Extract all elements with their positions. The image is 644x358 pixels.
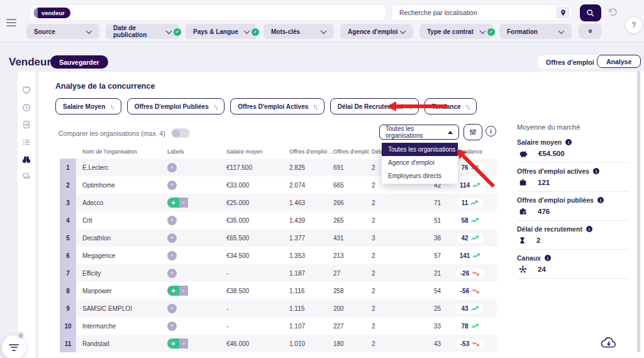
add-label-icon[interactable]: + <box>167 233 177 243</box>
add-label-icon[interactable]: + <box>167 251 177 260</box>
org-name: Efficity <box>76 270 166 277</box>
filter-chip-7[interactable]: Formation <box>499 24 572 39</box>
filter-count-badge: 0 <box>17 332 25 339</box>
sort-arrows-icon: ↑↓ <box>313 103 317 109</box>
dropdown-option-1[interactable]: Toutes les organisations <box>382 143 458 156</box>
info-icon[interactable]: i <box>545 255 551 261</box>
org-name: Randstad <box>76 340 166 347</box>
location-input[interactable] <box>398 8 556 17</box>
competition-binoculars-icon[interactable] <box>21 154 31 164</box>
star-label-icon: ★ <box>167 286 179 296</box>
info-icon[interactable]: i <box>486 126 496 137</box>
section-title: Analyse de la concurrence <box>55 82 155 91</box>
add-label-icon[interactable]: + <box>167 304 177 313</box>
star-label-icon: ★ <box>167 338 179 349</box>
filter-chip-1[interactable]: Source <box>26 24 99 39</box>
compare-toggle[interactable] <box>171 128 190 138</box>
analyse-tab-button[interactable]: Analyse <box>597 55 641 68</box>
table-row-10[interactable]: 10Intermarche+-1.10722723378 <box>60 317 497 335</box>
more-filters-button[interactable]: « <box>579 24 601 39</box>
vertical-scrollbar[interactable] <box>637 70 640 352</box>
avg-salary-cell: €33.000 <box>226 182 289 189</box>
org-label-badge[interactable]: ★+ <box>167 338 226 349</box>
list-icon[interactable] <box>21 137 31 147</box>
table-row-5[interactable]: 5Decathlon+€65.5001.37743133842 <box>60 229 497 247</box>
add-label-icon[interactable]: + <box>167 322 177 331</box>
info-icon[interactable]: i <box>597 197 604 203</box>
trend-value: 78 <box>461 323 468 330</box>
table-row-7[interactable]: 7Efficity+-1.18727221-26 <box>60 264 497 282</box>
dropdown-option-2[interactable]: Agence d'emploi <box>382 156 458 169</box>
table-row-3[interactable]: 3Adecco★+€25.0001.46326627111 <box>60 194 497 211</box>
market-panel-title: Moyenne du marché <box>517 123 629 131</box>
filter-chip-2[interactable]: Date de publication✓ <box>106 24 179 39</box>
tag-label: vendeur <box>38 9 70 16</box>
download-cloud-icon[interactable] <box>599 336 618 351</box>
sort-button-1[interactable]: Salaire Moyen↑↓ <box>55 98 121 115</box>
info-icon[interactable]: i <box>565 139 572 145</box>
active-offers-cell: 265 <box>333 217 369 224</box>
filter-chip-5[interactable]: Agence d'emploi <box>340 24 413 39</box>
stat-label: Offres d'emploi publiées <box>517 196 594 204</box>
table-row-11[interactable]: 11Randstad★+€46.0001.010180243-53 <box>60 335 497 352</box>
add-label-icon[interactable]: + <box>167 216 177 225</box>
chevron-up-icon <box>448 131 453 134</box>
org-labels-cell: + <box>166 216 226 225</box>
trend-cell: -53 <box>450 339 491 349</box>
hamburger-menu-icon[interactable] <box>6 19 16 26</box>
published-offers-cell: 1.116 <box>289 288 333 294</box>
sort-bar: Salaire Moyen↑↓Offres D'emploi Publiées↑… <box>55 98 477 115</box>
table-row-6[interactable]: 6Megagence+€34.5001.353213257141 <box>60 247 497 264</box>
location-pin-icon[interactable] <box>556 6 570 19</box>
table-settings-button[interactable] <box>464 124 482 140</box>
row-rank: 7 <box>60 264 76 282</box>
chevron-down-icon <box>480 28 486 34</box>
trend-down-icon <box>472 271 480 276</box>
question-mark-icon: ? <box>631 21 636 30</box>
help-button[interactable]: ? <box>625 16 643 34</box>
dropdown-option-3[interactable]: Employeurs directs <box>382 169 458 182</box>
add-label-icon[interactable]: + <box>167 163 177 172</box>
search-input[interactable]: vendeur <box>29 4 386 21</box>
filter-chip-4[interactable]: Mots-clés <box>264 24 334 39</box>
table-body: 1E.Leclerc+€117.5002.8256912762Optimhome… <box>60 159 497 352</box>
filter-chip-6[interactable]: Type de contrat✓ <box>419 24 493 39</box>
favorites-heart-icon[interactable] <box>21 85 31 95</box>
add-label-icon[interactable]: + <box>167 269 177 278</box>
search-tag-vendeur[interactable]: vendeur <box>34 8 70 18</box>
trend-value: 58 <box>461 217 468 224</box>
sort-button-3[interactable]: Offres D'emploi Actives↑↓ <box>230 98 325 115</box>
sort-button-4[interactable]: Délai De Recrutement↑↓ <box>330 98 419 115</box>
table-row-9[interactable]: 9SAMSIC EMPLOI+-1.11520022543 <box>60 299 497 317</box>
avg-salary-cell: €65.500 <box>226 235 289 242</box>
hourglass-icon <box>518 236 526 245</box>
chat-bubbles-icon[interactable] <box>21 172 31 182</box>
org-label-badge[interactable]: ★+ <box>167 286 226 296</box>
delay-cell: 2 <box>369 217 396 224</box>
organisations-dropdown[interactable]: Toutes les organisations <box>379 125 459 140</box>
org-labels-cell: + <box>166 163 226 172</box>
location-search-field[interactable] <box>391 4 572 21</box>
column-header-3: Salaire moyen <box>226 148 289 155</box>
filter-chip-3[interactable]: Pays & Langue✓ <box>186 24 257 39</box>
offers-tab-button[interactable]: Offres d'emploi <box>538 55 602 69</box>
chevron-down-icon <box>244 28 250 34</box>
table-row-8[interactable]: 8Manpower★+€38.5001.116258254-56 <box>60 282 497 299</box>
reset-search-icon[interactable] <box>606 7 618 18</box>
stat-published-offers: Offres d'emploi publiéesi 476 <box>517 196 629 221</box>
add-label-icon[interactable]: + <box>167 181 177 190</box>
info-icon[interactable]: i <box>586 226 592 232</box>
trend-value: 11 <box>462 199 469 206</box>
save-button[interactable]: Sauvegarder <box>50 55 108 69</box>
sort-button-2[interactable]: Offres D'emploi Publiées↑↓ <box>127 98 225 115</box>
table-row-4[interactable]: 4Crit+€35.0001.43926525158 <box>60 211 497 229</box>
info-icon[interactable]: i <box>593 168 599 174</box>
search-button[interactable] <box>580 4 601 21</box>
trend-value: -26 <box>460 270 469 277</box>
document-icon[interactable] <box>21 120 31 130</box>
chevron-down-icon <box>400 28 406 34</box>
trend-cell: 78 <box>450 322 491 331</box>
org-label-badge[interactable]: ★+ <box>167 198 226 208</box>
sort-button-5[interactable]: Tendance↑↓ <box>425 98 477 115</box>
history-clock-icon[interactable] <box>21 103 31 113</box>
